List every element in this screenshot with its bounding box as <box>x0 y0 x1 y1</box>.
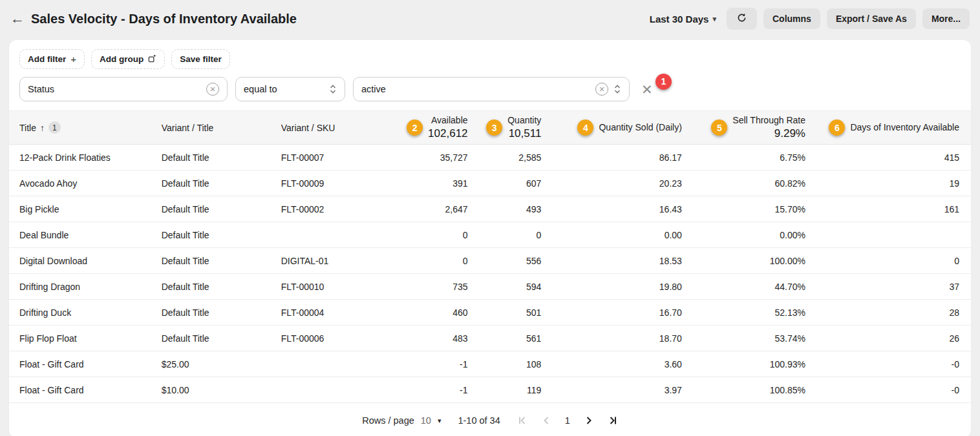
table-row[interactable]: 12-Pack Drink FloatiesDefault TitleFLT-0… <box>9 145 971 171</box>
table-cell <box>276 222 374 248</box>
chevron-down-icon: ▾ <box>712 15 716 23</box>
step-badge-3: 3 <box>486 119 502 136</box>
table-row[interactable]: Avocado AhoyDefault TitleFLT-00009391607… <box>9 171 971 196</box>
refresh-icon <box>737 13 747 25</box>
first-page-button[interactable] <box>517 415 527 426</box>
table-cell: FLT-00004 <box>276 300 374 326</box>
filter-value-input[interactable] <box>361 84 590 94</box>
table-cell: Default Title <box>156 300 276 326</box>
table-cell: Default Title <box>156 274 276 300</box>
chevron-updown-icon <box>329 84 337 94</box>
add-filter-button[interactable]: Add filter + <box>19 49 85 69</box>
page-title: Sales Velocity - Days of Inventory Avail… <box>31 12 297 26</box>
column-header-title[interactable]: Title ↑ 1 <box>9 111 156 145</box>
table-cell: 2,647 <box>374 196 473 222</box>
table-cell: DIGITAL-01 <box>276 248 374 274</box>
table-cell: 100.93% <box>687 351 811 377</box>
last-page-button[interactable] <box>608 415 618 426</box>
table-cell: 100.85% <box>687 377 811 403</box>
table-row[interactable]: Drifting DuckDefault TitleFLT-0000446050… <box>9 300 971 326</box>
table-cell: Default Title <box>156 171 276 196</box>
table-cell: FLT-00006 <box>276 326 374 351</box>
table-cell: 594 <box>473 274 547 300</box>
table-row[interactable]: Flip Flop FloatDefault TitleFLT-00006483… <box>9 326 971 351</box>
save-filter-label: Save filter <box>180 54 222 64</box>
table-row[interactable]: Float - Gift Card$10.00-11193.97100.85%-… <box>9 377 971 403</box>
table-cell: $10.00 <box>156 377 276 403</box>
columns-button[interactable]: Columns <box>763 8 820 29</box>
table-cell: Digital Download <box>9 248 156 274</box>
rows-per-page-select[interactable]: Rows / page 10 ▾ <box>362 415 441 426</box>
save-filter-button[interactable]: Save filter <box>171 49 230 69</box>
table-cell: 108 <box>473 351 547 377</box>
table-cell: Big Pickle <box>9 196 156 222</box>
filter-value-input-wrap: ✕ <box>353 77 630 101</box>
table-cell: 18.70 <box>546 326 687 351</box>
table-cell: 28 <box>811 300 971 326</box>
column-header-sell-through-rate[interactable]: 5 Sell Through Rate 9.29% <box>687 111 811 145</box>
table-cell: 52.13% <box>687 300 811 326</box>
table-cell: 53.74% <box>687 326 811 351</box>
table-cell: 0 <box>374 222 473 248</box>
pagination-range: 1-10 of 34 <box>458 415 500 426</box>
clear-field-icon[interactable]: ✕ <box>206 83 219 96</box>
add-group-button[interactable]: Add group <box>91 49 165 69</box>
table-cell: 415 <box>811 145 971 171</box>
date-range-dropdown[interactable]: Last 30 Days ▾ <box>650 14 716 25</box>
previous-page-button[interactable] <box>542 415 551 426</box>
more-button[interactable]: More... <box>922 8 970 29</box>
table-cell: 12-Pack Drink Floaties <box>9 145 156 171</box>
table-cell: 60.82% <box>687 171 811 196</box>
step-badge-1: 1 <box>655 74 672 90</box>
column-label: Variant / Title <box>162 123 214 133</box>
table-cell: 15.70% <box>687 196 811 222</box>
refresh-button[interactable] <box>727 8 757 30</box>
table-row[interactable]: Float - Gift Card$25.00-11083.60100.93%-… <box>9 351 971 377</box>
table-cell <box>811 222 971 248</box>
add-group-label: Add group <box>100 54 144 64</box>
column-label: Available <box>431 115 468 127</box>
column-header-variant-sku[interactable]: Variant / SKU <box>276 111 374 145</box>
step-badge-2: 2 <box>407 119 423 136</box>
table-cell: 86.17 <box>546 145 687 171</box>
table-row[interactable]: Deal BundleDefault Title000.000.00% <box>9 222 971 248</box>
table-cell: -0 <box>811 351 971 377</box>
table-cell: -0 <box>811 377 971 403</box>
chevron-down-icon: ▾ <box>438 417 442 425</box>
remove-filter-wrap: ✕ 1 <box>641 83 653 96</box>
column-header-variant-title[interactable]: Variant / Title <box>156 111 276 145</box>
column-header-quantity-sold-daily[interactable]: 4 Quantity Sold (Daily) <box>546 111 687 145</box>
table-cell: 391 <box>374 171 473 196</box>
table-cell: 161 <box>811 196 971 222</box>
table-row[interactable]: Drifting DragonDefault TitleFLT-00010735… <box>9 274 971 300</box>
table-row[interactable]: Big PickleDefault TitleFLT-000022,647493… <box>9 196 971 222</box>
column-header-days-of-inventory[interactable]: 6 Days of Inventory Available <box>811 111 971 145</box>
chevron-updown-icon[interactable] <box>613 84 621 94</box>
table-cell: 0 <box>374 248 473 274</box>
table-cell: 19 <box>811 171 971 196</box>
column-label: Days of Inventory Available <box>850 122 959 134</box>
table-cell: 0 <box>811 248 971 274</box>
filter-field-input[interactable] <box>28 84 201 94</box>
table-cell: FLT-00010 <box>276 274 374 300</box>
table-header-row: Title ↑ 1 Variant / Title Variant / SKU … <box>9 111 971 145</box>
column-total: 102,612 <box>428 127 467 140</box>
table-cell: Float - Gift Card <box>9 351 156 377</box>
column-header-quantity[interactable]: 3 Quantity 10,511 <box>473 111 547 145</box>
export-save-as-button[interactable]: Export / Save As <box>827 8 916 29</box>
table-cell: Float - Gift Card <box>9 377 156 403</box>
next-page-button[interactable] <box>584 415 593 426</box>
table-cell: 2,585 <box>473 145 547 171</box>
table-row[interactable]: Digital DownloadDefault TitleDIGITAL-010… <box>9 248 971 274</box>
remove-filter-button[interactable]: ✕ <box>641 83 653 96</box>
table-cell: Default Title <box>156 145 276 171</box>
back-button[interactable]: ← <box>10 12 25 26</box>
topbar-actions: Last 30 Days ▾ Columns Export / Save As … <box>650 8 970 30</box>
clear-value-icon[interactable]: ✕ <box>595 83 608 96</box>
table-cell: 16.43 <box>546 196 687 222</box>
table-cell: 6.75% <box>687 145 811 171</box>
column-header-available[interactable]: 2 Available 102,612 <box>374 111 473 145</box>
filter-operator-select[interactable]: equal to <box>235 77 345 101</box>
table-cell: $25.00 <box>156 351 276 377</box>
column-label: Title <box>19 123 36 133</box>
